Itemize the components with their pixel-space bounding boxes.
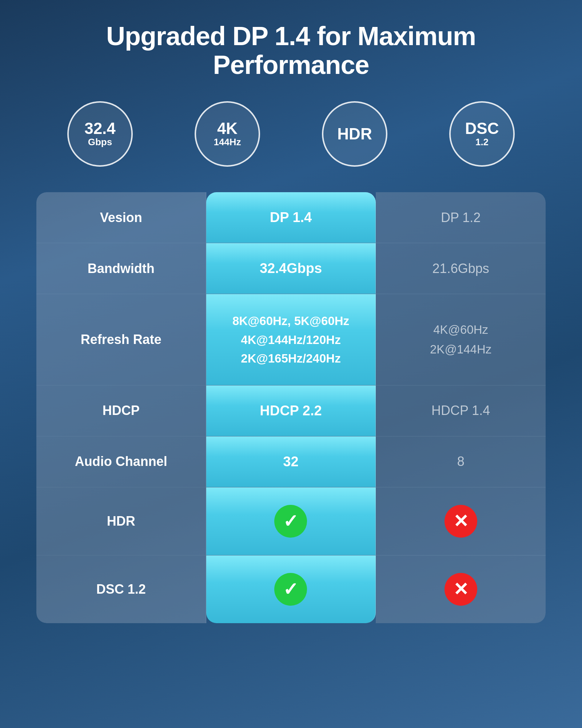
- row-label-6: DSC 1.2: [36, 555, 206, 623]
- dp14-col-5: [206, 487, 376, 555]
- table-row: Refresh Rate8K@60Hz, 5K@60Hz 4K@144Hz/12…: [36, 294, 546, 385]
- dp12-col-0: DP 1.2: [376, 192, 546, 243]
- table-row: Audio Channel328: [36, 436, 546, 487]
- cross-icon: [445, 505, 477, 538]
- row-label-5: HDR: [36, 487, 206, 555]
- table-row: VesionDP 1.4DP 1.2: [36, 192, 546, 243]
- dp12-col-2: 4K@60Hz 2K@144Hz: [376, 294, 546, 385]
- dp12-col-1: 21.6Gbps: [376, 243, 546, 294]
- page-title: Upgraded DP 1.4 for Maximum Performance: [29, 22, 553, 79]
- row-label-3: HDCP: [36, 385, 206, 436]
- check-icon: [274, 573, 307, 606]
- dp12-col-6: [376, 555, 546, 623]
- dp14-col-4: 32: [206, 436, 376, 487]
- table-row: HDCPHDCP 2.2HDCP 1.4: [36, 385, 546, 436]
- row-label-2: Refresh Rate: [36, 294, 206, 385]
- dp12-col-3: HDCP 1.4: [376, 385, 546, 436]
- dp14-col-3: HDCP 2.2: [206, 385, 376, 436]
- bandwidth-badge: 32.4Gbps: [67, 101, 133, 167]
- dp14-col-6: [206, 555, 376, 623]
- dp12-col-5: [376, 487, 546, 555]
- comparison-table: VesionDP 1.4DP 1.2Bandwidth32.4Gbps21.6G…: [36, 192, 546, 623]
- row-label-1: Bandwidth: [36, 243, 206, 294]
- resolution-badge: 4K144Hz: [195, 101, 260, 167]
- row-label-0: Vesion: [36, 192, 206, 243]
- dp12-col-4: 8: [376, 436, 546, 487]
- cross-icon: [445, 573, 477, 606]
- row-label-4: Audio Channel: [36, 436, 206, 487]
- table-row: HDR: [36, 487, 546, 555]
- table-row: Bandwidth32.4Gbps21.6Gbps: [36, 243, 546, 294]
- dp14-col-0: DP 1.4: [206, 192, 376, 243]
- table-row: DSC 1.2: [36, 555, 546, 623]
- hdr-badge: HDR: [322, 101, 387, 167]
- dsc-badge: DSC1.2: [449, 101, 515, 167]
- dp14-col-1: 32.4Gbps: [206, 243, 376, 294]
- check-icon: [274, 505, 307, 538]
- dp14-col-2: 8K@60Hz, 5K@60Hz 4K@144Hz/120Hz 2K@165Hz…: [206, 294, 376, 385]
- badges-row: 32.4Gbps4K144HzHDRDSC1.2: [36, 101, 546, 167]
